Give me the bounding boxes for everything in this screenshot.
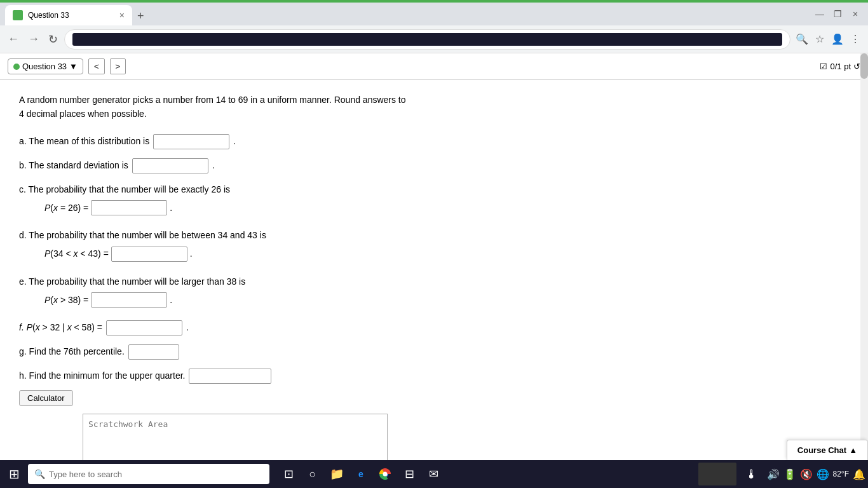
taskbar-right: 🌡 🔊 🔋 🔇 🌐 82°F 🔔 [698, 463, 865, 485]
calculator-button[interactable]: Calculator [19, 390, 73, 406]
part-e-label: e. The probability that the number will … [19, 274, 245, 288]
tab-close-button[interactable]: × [119, 10, 125, 20]
part-d: d. The probability that the number will … [19, 228, 553, 265]
part-a-input[interactable] [153, 134, 229, 149]
score-check-icon: ☑ [820, 62, 827, 71]
question-content: A random number generator picks a number… [0, 80, 572, 460]
course-chat-bubble[interactable]: Course Chat ▲ [787, 440, 868, 460]
part-a: a. The mean of this distribution is . [19, 134, 553, 149]
back-button[interactable]: ← [5, 30, 22, 48]
notification-icon[interactable]: 🔔 [853, 468, 865, 480]
intro-line2: 4 decimal places when possible. [19, 107, 553, 121]
close-button[interactable]: × [848, 6, 863, 22]
part-c-math-line: P(x = 26) = . [19, 200, 553, 215]
part-e: e. The probability that the number will … [19, 274, 553, 311]
tab-favicon [13, 10, 23, 20]
taskbar-search[interactable]: 🔍 Type here to search [28, 464, 269, 484]
url-content [72, 33, 782, 46]
taskbar-search-icon: 🔍 [34, 469, 45, 479]
task-view-button[interactable]: ⊡ [277, 463, 300, 485]
part-e-math: P(x > 38) = [44, 293, 88, 307]
scratchwork-textarea[interactable] [83, 414, 388, 460]
refresh-button[interactable]: ↻ [46, 30, 60, 49]
part-c: c. The probability that the number will … [19, 182, 553, 219]
forward-button[interactable]: → [25, 30, 42, 48]
part-e-input[interactable] [91, 292, 167, 308]
taskbar: ⊞ 🔍 Type here to search ⊡ ○ 📁 e ⊟ ✉ [0, 460, 868, 488]
volume-mute-icon[interactable]: 🔇 [800, 468, 813, 480]
dropdown-arrow-icon: ▼ [69, 62, 78, 71]
score-value: 0/1 pt [830, 62, 851, 71]
part-b-input[interactable] [132, 158, 208, 173]
network-icon[interactable]: 🌐 [817, 468, 829, 480]
tab-area: Question 33 × + [5, 3, 810, 25]
volume-icon[interactable]: 🔊 [767, 468, 780, 480]
svg-point-1 [383, 472, 388, 477]
account-icon[interactable]: 👤 [830, 32, 845, 47]
chevron-up-icon: ▲ [849, 445, 857, 455]
new-tab-button[interactable]: + [132, 7, 149, 25]
part-f-label: f. P(x > 32 | x < 58) = [19, 320, 102, 334]
part-g: g. Find the 76th percentile. [19, 344, 553, 360]
taskbar-center-icons: ⊡ ○ 📁 e ⊟ ✉ [277, 463, 445, 485]
part-d-math-line: P(34 < x < 43) = . [19, 247, 553, 262]
part-d-input[interactable] [111, 247, 187, 262]
part-h: h. Find the minimum for the upper quarte… [19, 369, 553, 384]
battery-icon[interactable]: 🔋 [783, 468, 796, 480]
menu-icon[interactable]: ⋮ [848, 32, 863, 47]
file-explorer-button[interactable]: 📁 [325, 463, 348, 485]
mail-button[interactable]: ✉ [422, 463, 445, 485]
course-chat-label: Course Chat [797, 445, 846, 455]
question-score: ☑ 0/1 pt ↺ [820, 62, 860, 71]
toolbar-icons: 🔍 ☆ 👤 ⋮ [794, 32, 863, 47]
browser-toolbar: ← → ↻ 🔍 ☆ 👤 ⋮ [0, 25, 868, 53]
start-button[interactable]: ⊞ [3, 463, 25, 485]
taskbar-search-placeholder: Type here to search [49, 470, 122, 479]
part-c-label: c. The probability that the number will … [19, 182, 230, 196]
part-f: f. P(x > 32 | x < 58) = . [19, 320, 553, 336]
edge-button[interactable]: e [349, 463, 372, 485]
part-f-period: . [186, 320, 189, 334]
part-a-period: . [233, 134, 236, 148]
part-b: b. The standard deviation is . [19, 158, 553, 173]
browser-titlebar: Question 33 × + — ❐ × [0, 3, 868, 25]
part-a-label: a. The mean of this distribution is [19, 134, 149, 148]
part-h-label: h. Find the minimum for the upper quarte… [19, 369, 185, 383]
part-b-period: . [212, 158, 215, 172]
question-status-dot [13, 64, 20, 70]
part-d-period: . [190, 247, 193, 261]
scrollbar-thumb[interactable] [860, 53, 868, 79]
part-h-input[interactable] [189, 369, 271, 384]
redacted-app-icons [698, 463, 736, 485]
part-d-label: d. The probability that the number will … [19, 228, 266, 242]
pinned-taskbar-icon[interactable]: ⊟ [398, 463, 421, 485]
part-e-math-line: P(x > 38) = . [19, 292, 553, 308]
question-selector[interactable]: Question 33 ▼ [8, 58, 83, 74]
weather-icon[interactable]: 🌡 [740, 463, 763, 485]
part-f-input[interactable] [106, 320, 182, 336]
content-area: Question 33 ▼ < > ☑ 0/1 pt ↺ A random nu… [0, 53, 868, 460]
question-prev-button[interactable]: < [88, 58, 105, 74]
search-icon[interactable]: 🔍 [794, 32, 810, 47]
address-bar[interactable] [64, 29, 790, 50]
bookmark-star-icon[interactable]: ☆ [812, 32, 827, 47]
titlebar-controls: — ❐ × [812, 6, 863, 22]
part-b-label: b. The standard deviation is [19, 158, 128, 172]
minimize-button[interactable]: — [812, 6, 827, 22]
part-g-input[interactable] [128, 344, 179, 360]
scratchwork-area [83, 414, 388, 460]
undo-icon[interactable]: ↺ [853, 62, 860, 71]
part-c-input[interactable] [91, 200, 167, 215]
scrollbar-track[interactable] [860, 53, 868, 460]
intro-line1: A random number generator picks a number… [19, 93, 553, 107]
question-intro: A random number generator picks a number… [19, 93, 553, 121]
question-parts: a. The mean of this distribution is . b.… [19, 134, 553, 384]
question-next-button[interactable]: > [110, 58, 126, 74]
part-c-period: . [170, 201, 172, 215]
active-tab[interactable]: Question 33 × [5, 5, 132, 25]
chrome-button[interactable] [374, 463, 397, 485]
tab-title: Question 33 [28, 11, 114, 20]
question-header: Question 33 ▼ < > ☑ 0/1 pt ↺ [0, 53, 868, 80]
cortana-button[interactable]: ○ [301, 463, 324, 485]
maximize-button[interactable]: ❐ [830, 6, 845, 22]
